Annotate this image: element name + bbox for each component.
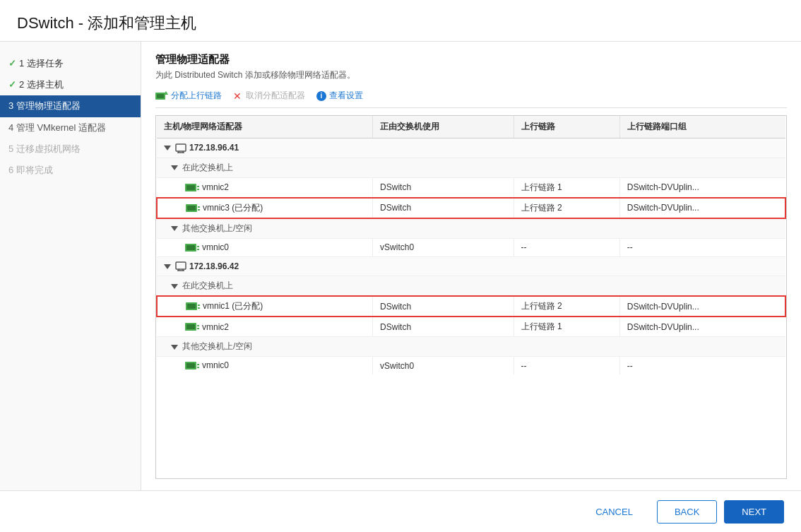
section-row: 在此交换机上 (157, 158, 785, 177)
svg-rect-19 (176, 262, 186, 269)
col-uplink: 上行链路 (514, 116, 619, 138)
nic-icon (185, 361, 199, 371)
svg-rect-3 (176, 144, 186, 151)
svg-rect-1 (157, 94, 164, 98)
svg-rect-25 (198, 305, 200, 306)
section-triangle-icon (171, 284, 178, 289)
host-row: 172.18.96.42 (157, 256, 785, 276)
host-icon (175, 261, 186, 271)
cancel-button[interactable]: CANCEL (578, 501, 650, 523)
svg-rect-8 (186, 185, 195, 190)
main-content: 管理物理适配器 为此 Distributed Switch 添加或移除物理网络适… (141, 42, 801, 490)
section-row: 在此交换机上 (157, 276, 785, 297)
col-portgroup: 上行链路端口组 (619, 116, 785, 138)
triangle-icon (164, 146, 171, 150)
sidebar-item-step5: 5 迁移虚拟机网络 (0, 138, 141, 160)
svg-rect-13 (198, 206, 200, 208)
check-icon: ✓ (8, 57, 16, 70)
svg-rect-10 (197, 189, 199, 190)
sidebar-item-step4[interactable]: 4 管理 VMkernel 适配器 (0, 117, 141, 138)
adapter-table: 主机/物理网络适配器 正由交换机使用 上行链路 上行链路端口组 172.18.9… (155, 115, 787, 479)
nic-icon (185, 183, 199, 193)
sidebar-item-step3[interactable]: 3 管理物理适配器 (0, 95, 141, 117)
svg-rect-9 (197, 186, 199, 187)
triangle-icon (164, 264, 171, 269)
svg-rect-16 (186, 245, 195, 250)
table-row[interactable]: vmnic0vSwitch0---- (157, 357, 785, 374)
host-icon (175, 143, 186, 153)
info-icon: i (316, 91, 326, 101)
page-title: DSwitch - 添加和管理主机 (0, 0, 801, 42)
table-row[interactable]: vmnic2DSwitch上行链路 1DSwitch-DVUplin... (157, 177, 785, 198)
section-triangle-icon (171, 226, 178, 231)
svg-rect-24 (187, 304, 196, 309)
nic-icon (186, 302, 200, 312)
sidebar-item-step6: 6 即将完成 (0, 160, 141, 181)
nic-icon (185, 243, 199, 253)
host-row: 172.18.96.41 (157, 138, 785, 158)
table-row[interactable]: vmnic0vSwitch0---- (157, 238, 785, 256)
svg-rect-30 (197, 328, 199, 329)
table-row[interactable]: vmnic2DSwitch上行链路 1DSwitch-DVUplin... (157, 317, 785, 337)
table-row[interactable]: vmnic3 (已分配)DSwitch上行链路 2DSwitch-DVUplin… (157, 198, 785, 218)
assign-icon (155, 91, 168, 101)
svg-rect-32 (186, 363, 195, 368)
toolbar: 分配上行链路 ✕ 取消分配适配器 i 查看设置 (155, 90, 787, 108)
section-title: 管理物理适配器 (155, 53, 787, 66)
svg-rect-17 (197, 246, 199, 247)
table-header-row: 主机/物理网络适配器 正由交换机使用 上行链路 上行链路端口组 (157, 116, 785, 138)
next-button[interactable]: NEXT (724, 500, 784, 524)
col-adapter: 主机/物理网络适配器 (157, 116, 373, 138)
col-switch: 正由交换机使用 (373, 116, 514, 138)
view-settings-button[interactable]: i 查看设置 (316, 90, 363, 102)
sidebar: ✓ 1 选择任务 ✓ 2 选择主机 3 管理物理适配器 4 管理 VMkerne… (0, 42, 141, 490)
sidebar-item-step1[interactable]: ✓ 1 选择任务 (0, 53, 141, 74)
cancel-icon: ✕ (233, 90, 242, 102)
nic-icon (186, 203, 200, 213)
section-triangle-icon (171, 165, 178, 170)
svg-rect-18 (197, 249, 199, 250)
sidebar-item-step2[interactable]: ✓ 2 选择主机 (0, 74, 141, 95)
assign-uplink-button[interactable]: 分配上行链路 (155, 90, 222, 102)
back-button[interactable]: BACK (657, 500, 717, 524)
svg-rect-29 (197, 325, 199, 326)
section-row: 其他交换机上/空闲 (157, 337, 785, 357)
check-icon-2: ✓ (8, 78, 16, 91)
svg-rect-34 (197, 367, 199, 368)
svg-rect-28 (186, 324, 195, 329)
cancel-assign-button[interactable]: ✕ 取消分配适配器 (233, 90, 305, 102)
section-desc: 为此 Distributed Switch 添加或移除物理网络适配器。 (155, 69, 787, 81)
svg-rect-14 (198, 209, 200, 211)
section-row: 其他交换机上/空闲 (157, 218, 785, 239)
svg-rect-12 (187, 206, 196, 211)
footer: CANCEL BACK NEXT (0, 490, 801, 532)
nic-icon (185, 322, 199, 332)
table-row[interactable]: vmnic1 (已分配)DSwitch上行链路 2DSwitch-DVUplin… (157, 296, 785, 317)
section-triangle-icon (171, 345, 178, 350)
svg-rect-26 (198, 307, 200, 309)
svg-rect-33 (197, 364, 199, 365)
